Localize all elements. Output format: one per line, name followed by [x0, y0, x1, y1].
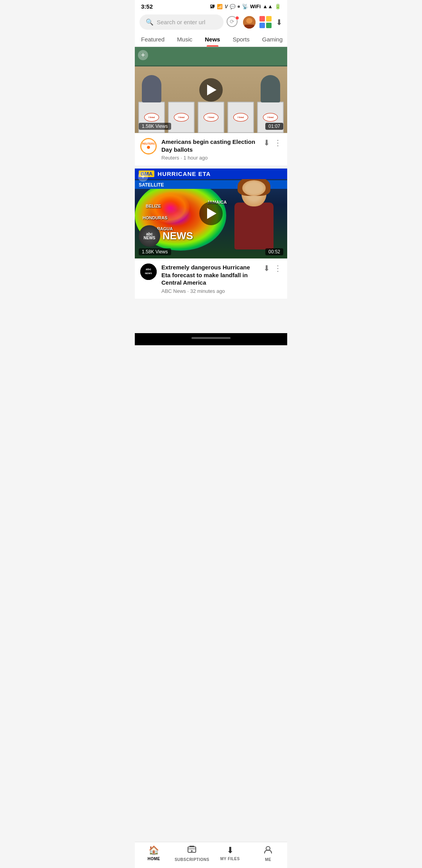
- search-bar[interactable]: 🔍 Search or enter url: [139, 14, 224, 30]
- more-options-btn-2[interactable]: ⋮: [274, 264, 282, 273]
- dot-indicator: [238, 5, 240, 8]
- chart-icon: 📶: [217, 4, 223, 9]
- user-avatar[interactable]: [243, 16, 256, 29]
- status-icons: 🖳 📶 V 💬 📡 WiFi ▲▲ 🔋: [210, 4, 281, 9]
- svg-point-5: [147, 146, 150, 149]
- svg-point-1: [246, 18, 252, 23]
- video-source-2: ABC News · 32 minutes ago: [161, 288, 259, 294]
- views-badge-2: 1.58K Views: [139, 248, 171, 255]
- search-icon: 🔍: [146, 18, 154, 26]
- hurricane-title: HURRICANE ETA: [157, 170, 211, 177]
- video-title-1: Americans begin casting Election Day bal…: [161, 138, 259, 153]
- views-badge-1: 1.58K Views: [139, 123, 171, 130]
- download-icon[interactable]: ⬇: [276, 18, 283, 27]
- more-options-btn-1[interactable]: ⋮: [274, 138, 282, 147]
- orbit-icon[interactable]: ⟳: [227, 16, 239, 29]
- svg-text:NEWS: NEWS: [145, 272, 152, 274]
- status-bar: 3:52 🖳 📶 V 💬 📡 WiFi ▲▲ 🔋: [135, 0, 287, 11]
- svg-rect-2: [245, 25, 254, 29]
- sim-icon: 🖳: [210, 4, 215, 9]
- map-label-belize: BELIZE: [146, 204, 161, 208]
- tab-news[interactable]: News: [198, 33, 226, 47]
- duration-badge-2: 00:52: [265, 248, 283, 255]
- play-button-1[interactable]: [199, 78, 223, 102]
- video-thumbnail-2[interactable]: GMA HURRICANE ETA SATELLITE BELIZE HONDU…: [135, 169, 287, 258]
- v-icon: V: [225, 4, 228, 9]
- gma-bar: GMA HURRICANE ETA: [135, 169, 287, 179]
- tab-music[interactable]: Music: [171, 33, 198, 47]
- svg-text:REUTERS: REUTERS: [142, 142, 155, 145]
- bubble-icon: 💬: [230, 4, 236, 9]
- download-btn-1[interactable]: ⬇: [263, 138, 270, 147]
- video-source-1: Reuters · 1 hour ago: [161, 155, 259, 161]
- cast-icon: 📡: [242, 4, 248, 9]
- home-indicator: [135, 333, 287, 345]
- video-card-1: I Voted I Voted I Voted I Voted I Voted: [135, 47, 287, 165]
- abc-logo-small: abc NEWS: [140, 264, 157, 280]
- add-to-playlist-btn-2[interactable]: +: [138, 172, 148, 182]
- abc-news-logo: abcNEWS NEWS: [139, 225, 193, 247]
- apps-grid-icon[interactable]: [259, 16, 272, 29]
- video-card-2: GMA HURRICANE ETA SATELLITE BELIZE HONDU…: [135, 169, 287, 299]
- video-title-2: Extremely dangerous Hurricane Eta foreca…: [161, 264, 259, 287]
- tabs-container: Featured Music News Sports Gaming Apps: [135, 30, 287, 47]
- add-to-playlist-btn[interactable]: +: [138, 50, 148, 60]
- status-time: 3:52: [141, 3, 153, 10]
- tab-gaming[interactable]: Gaming: [256, 33, 287, 47]
- signal-icon: ▲▲: [263, 4, 273, 9]
- download-btn-2[interactable]: ⬇: [263, 264, 270, 273]
- svg-point-6: [140, 264, 157, 280]
- battery-icon: 🔋: [275, 4, 281, 9]
- search-bar-container: 🔍 Search or enter url ⟳ ⬇: [135, 11, 287, 30]
- search-placeholder: Search or enter url: [157, 19, 205, 25]
- tab-featured[interactable]: Featured: [135, 33, 171, 47]
- tab-sports[interactable]: Sports: [226, 33, 256, 47]
- wifi-icon: WiFi: [250, 4, 261, 9]
- video-thumbnail-1[interactable]: I Voted I Voted I Voted I Voted I Voted: [135, 47, 287, 133]
- play-button-2[interactable]: [199, 202, 223, 225]
- duration-badge-1: 01:07: [265, 123, 283, 130]
- reuters-logo: REUTERS: [140, 138, 157, 154]
- svg-text:abc: abc: [146, 267, 151, 271]
- map-label-honduras: HONDURAS: [143, 215, 168, 220]
